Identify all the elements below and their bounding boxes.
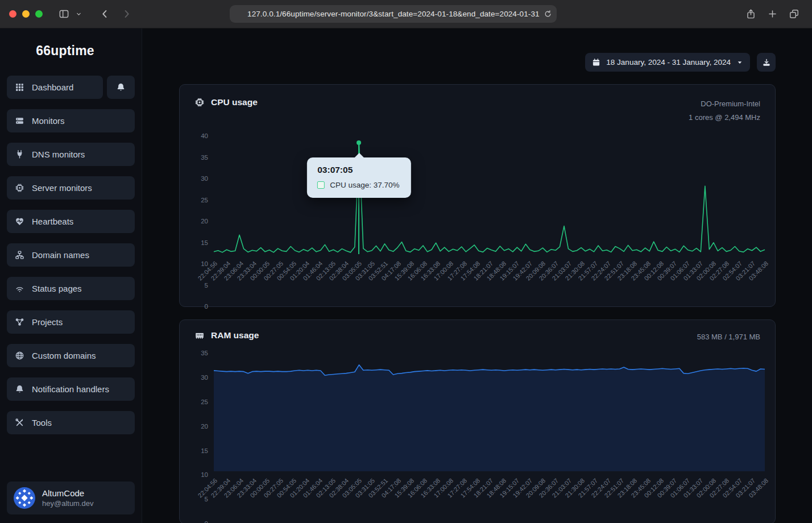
wifi-icon [15,284,24,293]
sidebar-item-label: Server monitors [32,183,92,193]
address-bar[interactable]: 127.0.0.1/66uptime/server-monitor/3&star… [230,5,557,23]
sidebar-item-label: Domain names [32,250,89,260]
bell-icon [116,82,126,92]
sidebar-item-server-monitors[interactable]: Server monitors [7,176,135,200]
y-tick-label: 0 [205,303,208,310]
forward-button [118,6,135,23]
sidebar-item-custom-domains[interactable]: Custom domains [7,344,135,367]
user-account-card[interactable]: AltumCode hey@altum.dev [7,482,135,514]
reload-icon[interactable] [544,10,552,18]
user-name: AltumCode [42,488,94,498]
memory-icon [194,330,205,341]
sidebar-nav: Dashboard MonitorsDNS monitorsServer mon… [7,76,135,445]
calendar-icon [592,58,600,67]
sitemap-icon [15,250,24,260]
y-tick-label: 15 [201,239,208,246]
cpu-chart-plot: 03:07:05 CPU usage: 37.70% [214,136,765,254]
server-stack-icon [15,116,24,126]
cpu-chip-icon [194,97,205,107]
plug-icon [15,150,24,159]
sidebar-item-domain-names[interactable]: Domain names [7,243,135,267]
sidebar-item-label: Notification handlers [32,384,109,394]
ram-chart-plot [214,353,765,471]
sidebar-toggle-icon[interactable] [55,6,72,23]
x-axis-labels: 22:04:5622:39:0423:06:0423:33:0400:00:05… [214,259,765,306]
series-swatch [317,181,325,189]
hover-marker-dot [357,140,361,145]
tooltip-time: 03:07:05 [317,165,399,175]
sidebar: 66uptime Dashboard MonitorsDNS monitorsS… [0,28,142,523]
chevron-down-icon [736,59,743,66]
y-tick-label: 30 [201,374,208,381]
y-tick-label: 5 [205,282,208,289]
user-email: hey@altum.dev [42,499,94,508]
chart-title: CPU usage [211,97,258,107]
y-tick-label: 10 [201,471,208,478]
sidebar-item-label: Dashboard [32,82,73,92]
y-tick-label: 20 [201,423,208,430]
grid-icon [15,82,24,92]
chart-tooltip: 03:07:05 CPU usage: 37.70% [307,157,411,198]
sidebar-item-label: Custom domains [32,351,96,360]
y-tick-label: 25 [201,197,208,204]
sidebar-item-notification-handlers[interactable]: Notification handlers [7,377,135,401]
bell-icon [15,384,24,394]
sidebar-item-label: Monitors [32,116,65,126]
sidebar-item-label: Tools [32,418,52,427]
y-tick-label: 0 [205,520,208,523]
x-axis-labels: 22:04:5622:39:0423:06:0423:33:0400:00:05… [214,476,765,523]
avatar [14,487,35,509]
zoom-window-button[interactable] [35,10,43,18]
download-icon [762,58,771,67]
server-cpu-spec-label: 1 cores @ 2,494 MHz [689,111,760,124]
date-range-picker[interactable]: 18 January, 2024 - 31 January, 2024 [585,53,750,72]
sidebar-item-status-pages[interactable]: Status pages [7,277,135,300]
sidebar-item-label: Status pages [32,284,82,293]
url-text: 127.0.0.1/66uptime/server-monitor/3&star… [247,10,540,18]
y-tick-label: 30 [201,175,208,182]
window-controls [9,10,43,18]
new-tab-icon[interactable] [764,6,781,23]
y-tick-label: 35 [201,154,208,161]
y-tick-label: 35 [201,350,208,356]
server-plan-label: DO-Premium-Intel [689,97,760,111]
sidebar-item-label: Projects [32,317,63,327]
sidebar-item-heartbeats[interactable]: Heartbeats [7,210,135,233]
cpu-line-series [214,136,765,254]
cpu-usage-card: CPU usage DO-Premium-Intel 1 cores @ 2,4… [179,84,776,307]
notifications-button[interactable] [107,76,135,99]
brand-logo: 66uptime [7,43,123,59]
back-button[interactable] [96,6,113,23]
ram-usage-card: RAM usage 583 MB / 1,971 MB 353025201510… [179,319,776,523]
sidebar-item-monitors[interactable]: Monitors [7,109,135,132]
sidebar-item-projects[interactable]: Projects [7,310,135,334]
sidebar-chevron-down-icon[interactable] [73,6,84,23]
globe-icon [15,351,24,360]
export-download-button[interactable] [757,53,776,72]
chart-title: RAM usage [211,330,259,341]
cpu-chip-icon [15,183,24,193]
y-tick-label: 20 [201,218,208,225]
ram-line-series [214,353,765,471]
tools-icon [15,418,24,427]
share-icon[interactable] [743,6,760,23]
y-tick-label: 40 [201,132,208,139]
ram-total-label: 583 MB / 1,971 MB [697,330,760,344]
tooltip-value: CPU usage: 37.70% [330,181,399,189]
sidebar-item-label: DNS monitors [32,150,85,159]
sidebar-item-label: Heartbeats [32,217,73,226]
date-range-text: 18 January, 2024 - 31 January, 2024 [606,58,731,67]
browser-chrome: 127.0.0.1/66uptime/server-monitor/3&star… [0,0,812,28]
tab-overview-icon[interactable] [786,6,803,23]
sidebar-item-dns-monitors[interactable]: DNS monitors [7,143,135,166]
main-content: 18 January, 2024 - 31 January, 2024 CPU … [142,28,812,523]
y-tick-label: 5 [205,496,208,503]
close-window-button[interactable] [9,10,16,18]
share-nodes-icon [15,317,24,327]
sidebar-item-dashboard[interactable]: Dashboard [7,76,103,99]
y-tick-label: 25 [201,399,208,405]
sidebar-item-tools[interactable]: Tools [7,411,135,434]
minimize-window-button[interactable] [22,10,30,18]
toolbar: 18 January, 2024 - 31 January, 2024 [179,53,776,72]
y-tick-label: 15 [201,447,208,454]
